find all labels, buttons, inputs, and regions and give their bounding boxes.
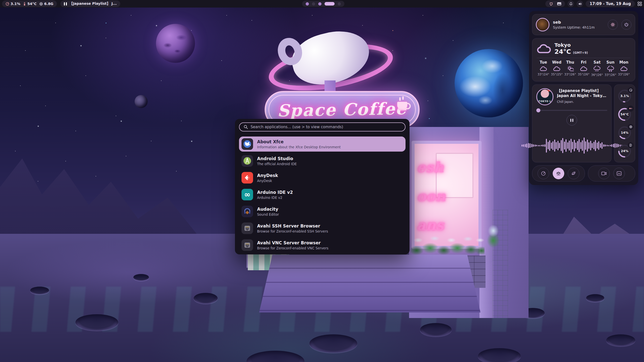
app-name: AnyDesk bbox=[257, 173, 278, 178]
workspace-dot-1[interactable] bbox=[306, 2, 309, 6]
user-card: seb System Uptime: 4h11m bbox=[532, 14, 635, 35]
screenshot-button[interactable] bbox=[613, 168, 625, 179]
weather-timezone: (GMT+9) bbox=[573, 51, 588, 55]
xfce-icon bbox=[242, 138, 253, 150]
image-icon bbox=[617, 171, 622, 176]
screen-record-button[interactable] bbox=[598, 168, 610, 179]
app-row-about-xfce[interactable]: About Xfce Information about the Xfce De… bbox=[239, 137, 406, 152]
anydesk-icon bbox=[242, 172, 253, 184]
sun-cloud-icon bbox=[567, 66, 574, 71]
rain-icon bbox=[593, 66, 600, 72]
search-bar[interactable] bbox=[239, 122, 406, 131]
forecast-day: Mon 33°/26° bbox=[617, 60, 630, 77]
storm-icon bbox=[607, 66, 614, 72]
scales-icon bbox=[556, 171, 561, 176]
app-name: Avahi SSH Server Browser bbox=[257, 223, 328, 229]
power-button[interactable] bbox=[621, 20, 631, 30]
app-list: About Xfce Information about the Xfce De… bbox=[239, 137, 406, 253]
clock[interactable]: 17:09 - Tue, 19 Aug bbox=[586, 1, 635, 7]
app-name: Audacity bbox=[257, 207, 279, 212]
cpu-gauge: 3.1% bbox=[617, 89, 632, 103]
username: seb bbox=[553, 20, 604, 25]
small-moon bbox=[135, 95, 148, 108]
app-description: Browse for Zeroconf-enabled VNC Servers bbox=[257, 246, 328, 250]
thermometer-icon bbox=[628, 106, 634, 112]
balanced-mode-button[interactable] bbox=[553, 168, 564, 179]
power-profile-group bbox=[532, 165, 585, 182]
disk-icon bbox=[628, 142, 634, 148]
app-row-anydesk[interactable]: AnyDesk AnyDesk bbox=[239, 170, 406, 185]
app-name: Arduino IDE v2 bbox=[257, 190, 293, 195]
workspace-dot-2[interactable] bbox=[312, 2, 315, 6]
wallpaper-icon[interactable] bbox=[557, 2, 561, 6]
app-launcher: About Xfce Information about the Xfce De… bbox=[235, 119, 410, 254]
app-row-audacity[interactable]: Audacity Sound Editor bbox=[239, 204, 406, 219]
workspace-active[interactable] bbox=[325, 2, 335, 6]
cpu-usage-stat: 3.1% bbox=[6, 2, 20, 6]
cat-icon[interactable] bbox=[549, 2, 553, 6]
temperature-stat: 54°C bbox=[23, 2, 37, 6]
chip-icon bbox=[39, 2, 43, 6]
notifications-button[interactable] bbox=[568, 1, 574, 7]
crater bbox=[586, 294, 604, 302]
crater bbox=[420, 323, 452, 336]
seek-bar[interactable] bbox=[536, 110, 607, 111]
settings-button[interactable] bbox=[608, 20, 618, 30]
app-row-avahi-ssh[interactable]: Avahi SSH Server Browser Browse for Zero… bbox=[239, 221, 406, 236]
speedometer-icon bbox=[6, 2, 9, 6]
forecast-day: Sat 36°/26° bbox=[590, 60, 603, 77]
app-row-avahi-vnc[interactable]: Avahi VNC Server Browser Browse for Zero… bbox=[239, 238, 406, 253]
power-saver-mode-button[interactable] bbox=[568, 168, 579, 179]
crater bbox=[309, 334, 357, 352]
bell-icon bbox=[569, 2, 573, 6]
search-input[interactable] bbox=[251, 125, 401, 129]
now-playing-pill[interactable]: 【Japanese Playlist】 J... bbox=[60, 1, 120, 7]
side-plant bbox=[485, 222, 502, 250]
app-grid-icon[interactable] bbox=[637, 2, 642, 6]
speedometer-icon bbox=[628, 87, 634, 93]
top-bar: 3.1% 54°C 6.8G 【Japanese Playlist】 J... bbox=[0, 0, 644, 8]
divider bbox=[537, 58, 630, 58]
app-description: Information about the Xfce Desktop Envir… bbox=[257, 145, 341, 149]
window-plants bbox=[409, 241, 485, 256]
avatar bbox=[536, 18, 549, 31]
app-name: Android Studio bbox=[257, 156, 297, 161]
music-player-card: TOKYO L 【Japanese Playlist】 Japan All Ni… bbox=[532, 84, 612, 162]
speedometer-icon bbox=[541, 171, 546, 176]
weather-city: Tokyo bbox=[554, 42, 588, 48]
weather-temp: 24°C bbox=[554, 48, 571, 55]
app-name: About Xfce bbox=[257, 139, 341, 144]
crater bbox=[133, 274, 149, 281]
pause-icon bbox=[570, 119, 573, 122]
network-port-icon bbox=[242, 222, 253, 234]
album-art: TOKYO L bbox=[536, 88, 553, 105]
workspace-dot-5[interactable] bbox=[338, 2, 341, 6]
tray-pill[interactable] bbox=[545, 1, 565, 7]
earth-planet bbox=[455, 49, 523, 117]
memory-gauge: 14% bbox=[617, 125, 632, 140]
app-row-arduino[interactable]: ∞ Arduino IDE v2 Arduino IDE v2 bbox=[239, 187, 406, 202]
app-description: Sound Editor bbox=[257, 212, 279, 216]
app-description: AnyDesk bbox=[257, 179, 278, 183]
system-stats-pill[interactable]: 3.1% 54°C 6.8G bbox=[2, 1, 57, 7]
app-row-android-studio[interactable]: Android Studio The official Android IDE bbox=[239, 153, 406, 168]
performance-mode-button[interactable] bbox=[538, 168, 549, 179]
workspace-indicator[interactable] bbox=[302, 1, 344, 7]
app-description: Browse for Zeroconf-enabled SSH Servers bbox=[257, 229, 328, 233]
pause-button[interactable] bbox=[567, 115, 577, 125]
crater bbox=[606, 334, 635, 346]
seek-handle[interactable] bbox=[536, 108, 540, 112]
crater bbox=[194, 293, 218, 303]
crater bbox=[30, 287, 49, 294]
system-gauges-card: 3.1% 54°C 14% 24% bbox=[614, 84, 635, 162]
purple-planet bbox=[156, 24, 195, 63]
forecast-day: Fri 35°/26° bbox=[577, 60, 590, 77]
temperature-gauge: 54°C bbox=[617, 107, 632, 122]
shop-window: esh oon ans bbox=[412, 141, 481, 249]
chip-icon bbox=[628, 124, 634, 130]
workspace-dot-3[interactable] bbox=[318, 2, 321, 6]
android-studio-icon bbox=[242, 155, 253, 167]
track-artist: Chill Japan. bbox=[557, 100, 607, 104]
volume-button[interactable] bbox=[577, 1, 583, 7]
now-playing-label: 【Japanese Playlist】 J... bbox=[69, 2, 117, 6]
